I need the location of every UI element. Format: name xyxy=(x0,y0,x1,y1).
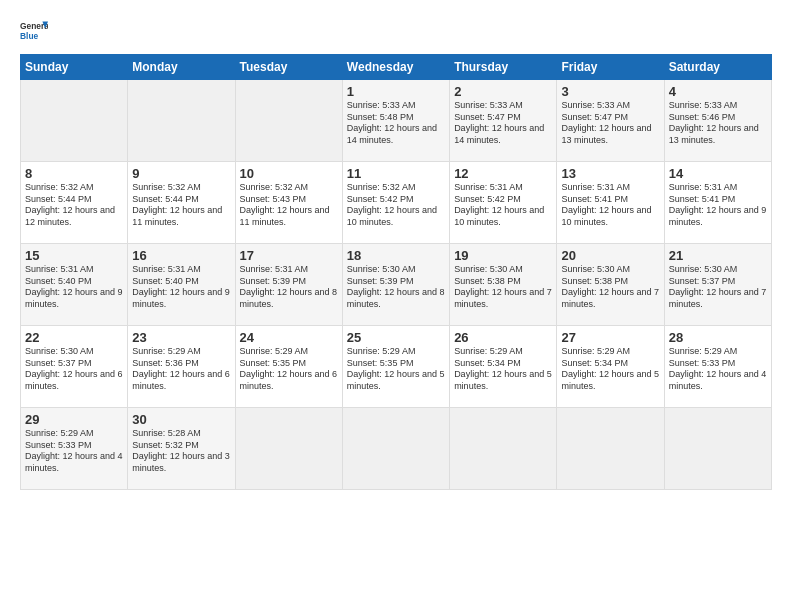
day-info: Sunrise: 5:31 AMSunset: 5:41 PMDaylight:… xyxy=(669,182,767,229)
day-cell-16: 16Sunrise: 5:31 AMSunset: 5:40 PMDayligh… xyxy=(128,244,235,326)
day-number: 15 xyxy=(25,248,123,263)
day-number: 3 xyxy=(561,84,659,99)
empty-cell xyxy=(128,80,235,162)
svg-text:Blue: Blue xyxy=(20,31,38,41)
week-row-2: 8Sunrise: 5:32 AMSunset: 5:44 PMDaylight… xyxy=(21,162,772,244)
empty-cell xyxy=(664,408,771,490)
day-cell-22: 22Sunrise: 5:30 AMSunset: 5:37 PMDayligh… xyxy=(21,326,128,408)
day-cell-9: 9Sunrise: 5:32 AMSunset: 5:44 PMDaylight… xyxy=(128,162,235,244)
day-number: 10 xyxy=(240,166,338,181)
day-info: Sunrise: 5:32 AMSunset: 5:44 PMDaylight:… xyxy=(132,182,230,229)
day-cell-25: 25Sunrise: 5:29 AMSunset: 5:35 PMDayligh… xyxy=(342,326,449,408)
day-cell-27: 27Sunrise: 5:29 AMSunset: 5:34 PMDayligh… xyxy=(557,326,664,408)
day-info: Sunrise: 5:32 AMSunset: 5:42 PMDaylight:… xyxy=(347,182,445,229)
day-cell-1: 1Sunrise: 5:33 AMSunset: 5:48 PMDaylight… xyxy=(342,80,449,162)
day-cell-14: 14Sunrise: 5:31 AMSunset: 5:41 PMDayligh… xyxy=(664,162,771,244)
day-header-sunday: Sunday xyxy=(21,55,128,80)
calendar-page: General Blue SundayMondayTuesdayWednesda… xyxy=(0,0,792,612)
day-info: Sunrise: 5:31 AMSunset: 5:39 PMDaylight:… xyxy=(240,264,338,311)
day-number: 26 xyxy=(454,330,552,345)
day-number: 13 xyxy=(561,166,659,181)
day-cell-21: 21Sunrise: 5:30 AMSunset: 5:37 PMDayligh… xyxy=(664,244,771,326)
week-row-1: 1Sunrise: 5:33 AMSunset: 5:48 PMDaylight… xyxy=(21,80,772,162)
week-row-4: 22Sunrise: 5:30 AMSunset: 5:37 PMDayligh… xyxy=(21,326,772,408)
day-info: Sunrise: 5:28 AMSunset: 5:32 PMDaylight:… xyxy=(132,428,230,475)
day-cell-4: 4Sunrise: 5:33 AMSunset: 5:46 PMDaylight… xyxy=(664,80,771,162)
day-header-thursday: Thursday xyxy=(450,55,557,80)
day-cell-29: 29Sunrise: 5:29 AMSunset: 5:33 PMDayligh… xyxy=(21,408,128,490)
day-cell-20: 20Sunrise: 5:30 AMSunset: 5:38 PMDayligh… xyxy=(557,244,664,326)
day-number: 25 xyxy=(347,330,445,345)
day-number: 2 xyxy=(454,84,552,99)
day-info: Sunrise: 5:33 AMSunset: 5:48 PMDaylight:… xyxy=(347,100,445,147)
day-cell-12: 12Sunrise: 5:31 AMSunset: 5:42 PMDayligh… xyxy=(450,162,557,244)
day-header-row: SundayMondayTuesdayWednesdayThursdayFrid… xyxy=(21,55,772,80)
day-number: 18 xyxy=(347,248,445,263)
day-header-wednesday: Wednesday xyxy=(342,55,449,80)
day-info: Sunrise: 5:32 AMSunset: 5:43 PMDaylight:… xyxy=(240,182,338,229)
day-number: 27 xyxy=(561,330,659,345)
logo-icon: General Blue xyxy=(20,18,48,46)
day-info: Sunrise: 5:33 AMSunset: 5:46 PMDaylight:… xyxy=(669,100,767,147)
day-cell-2: 2Sunrise: 5:33 AMSunset: 5:47 PMDaylight… xyxy=(450,80,557,162)
day-number: 4 xyxy=(669,84,767,99)
day-cell-24: 24Sunrise: 5:29 AMSunset: 5:35 PMDayligh… xyxy=(235,326,342,408)
day-info: Sunrise: 5:29 AMSunset: 5:36 PMDaylight:… xyxy=(132,346,230,393)
day-info: Sunrise: 5:29 AMSunset: 5:35 PMDaylight:… xyxy=(240,346,338,393)
day-info: Sunrise: 5:30 AMSunset: 5:37 PMDaylight:… xyxy=(669,264,767,311)
day-cell-10: 10Sunrise: 5:32 AMSunset: 5:43 PMDayligh… xyxy=(235,162,342,244)
day-header-monday: Monday xyxy=(128,55,235,80)
day-cell-30: 30Sunrise: 5:28 AMSunset: 5:32 PMDayligh… xyxy=(128,408,235,490)
day-cell-17: 17Sunrise: 5:31 AMSunset: 5:39 PMDayligh… xyxy=(235,244,342,326)
empty-cell xyxy=(235,408,342,490)
day-info: Sunrise: 5:31 AMSunset: 5:40 PMDaylight:… xyxy=(25,264,123,311)
day-info: Sunrise: 5:33 AMSunset: 5:47 PMDaylight:… xyxy=(561,100,659,147)
day-number: 23 xyxy=(132,330,230,345)
day-cell-18: 18Sunrise: 5:30 AMSunset: 5:39 PMDayligh… xyxy=(342,244,449,326)
empty-cell xyxy=(450,408,557,490)
day-info: Sunrise: 5:30 AMSunset: 5:38 PMDaylight:… xyxy=(561,264,659,311)
day-cell-11: 11Sunrise: 5:32 AMSunset: 5:42 PMDayligh… xyxy=(342,162,449,244)
day-number: 24 xyxy=(240,330,338,345)
day-number: 8 xyxy=(25,166,123,181)
header: General Blue xyxy=(20,18,772,46)
day-number: 21 xyxy=(669,248,767,263)
day-number: 12 xyxy=(454,166,552,181)
day-header-saturday: Saturday xyxy=(664,55,771,80)
calendar-table: SundayMondayTuesdayWednesdayThursdayFrid… xyxy=(20,54,772,490)
empty-cell xyxy=(557,408,664,490)
day-cell-23: 23Sunrise: 5:29 AMSunset: 5:36 PMDayligh… xyxy=(128,326,235,408)
week-row-5: 29Sunrise: 5:29 AMSunset: 5:33 PMDayligh… xyxy=(21,408,772,490)
day-number: 22 xyxy=(25,330,123,345)
day-info: Sunrise: 5:32 AMSunset: 5:44 PMDaylight:… xyxy=(25,182,123,229)
day-info: Sunrise: 5:29 AMSunset: 5:34 PMDaylight:… xyxy=(454,346,552,393)
day-cell-19: 19Sunrise: 5:30 AMSunset: 5:38 PMDayligh… xyxy=(450,244,557,326)
day-info: Sunrise: 5:30 AMSunset: 5:38 PMDaylight:… xyxy=(454,264,552,311)
day-info: Sunrise: 5:31 AMSunset: 5:42 PMDaylight:… xyxy=(454,182,552,229)
day-number: 19 xyxy=(454,248,552,263)
day-header-friday: Friday xyxy=(557,55,664,80)
day-number: 11 xyxy=(347,166,445,181)
empty-cell xyxy=(235,80,342,162)
day-header-tuesday: Tuesday xyxy=(235,55,342,80)
day-number: 14 xyxy=(669,166,767,181)
day-number: 17 xyxy=(240,248,338,263)
day-number: 1 xyxy=(347,84,445,99)
day-number: 30 xyxy=(132,412,230,427)
day-cell-8: 8Sunrise: 5:32 AMSunset: 5:44 PMDaylight… xyxy=(21,162,128,244)
logo: General Blue xyxy=(20,18,50,46)
day-cell-26: 26Sunrise: 5:29 AMSunset: 5:34 PMDayligh… xyxy=(450,326,557,408)
day-info: Sunrise: 5:31 AMSunset: 5:40 PMDaylight:… xyxy=(132,264,230,311)
week-row-3: 15Sunrise: 5:31 AMSunset: 5:40 PMDayligh… xyxy=(21,244,772,326)
empty-cell xyxy=(21,80,128,162)
day-cell-13: 13Sunrise: 5:31 AMSunset: 5:41 PMDayligh… xyxy=(557,162,664,244)
day-number: 9 xyxy=(132,166,230,181)
day-cell-3: 3Sunrise: 5:33 AMSunset: 5:47 PMDaylight… xyxy=(557,80,664,162)
day-info: Sunrise: 5:33 AMSunset: 5:47 PMDaylight:… xyxy=(454,100,552,147)
day-number: 29 xyxy=(25,412,123,427)
empty-cell xyxy=(342,408,449,490)
day-number: 16 xyxy=(132,248,230,263)
day-info: Sunrise: 5:29 AMSunset: 5:34 PMDaylight:… xyxy=(561,346,659,393)
day-cell-28: 28Sunrise: 5:29 AMSunset: 5:33 PMDayligh… xyxy=(664,326,771,408)
day-info: Sunrise: 5:31 AMSunset: 5:41 PMDaylight:… xyxy=(561,182,659,229)
